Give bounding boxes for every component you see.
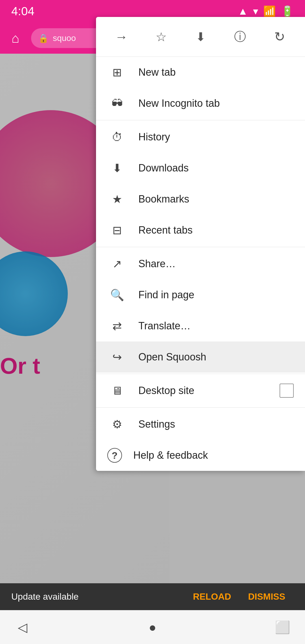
bookmark-button[interactable]: ☆ <box>150 25 172 48</box>
history-icon: ⏱ <box>107 127 127 147</box>
new-incognito-label: New Incognito tab <box>138 97 294 109</box>
menu-item-new-incognito[interactable]: 🕶 New Incognito tab <box>96 88 305 119</box>
download-toolbar-button[interactable]: ⬇ <box>189 25 212 48</box>
find-in-page-icon: 🔍 <box>107 285 127 305</box>
forward-button[interactable]: → <box>110 25 133 48</box>
settings-icon: ⚙ <box>107 414 127 434</box>
refresh-icon: ↻ <box>274 29 285 44</box>
find-in-page-label: Find in page <box>138 289 294 301</box>
wifi-icon: ▾ <box>253 5 258 17</box>
signal-icon: ▲ <box>238 5 248 17</box>
desktop-site-icon: 🖥 <box>107 381 127 401</box>
desktop-site-label: Desktop site <box>138 385 280 397</box>
help-feedback-icon: ? <box>107 448 122 463</box>
forward-icon: → <box>115 29 128 44</box>
bottom-nav-bar: ◁ ● ⬜ <box>0 610 305 644</box>
signal-bars-icon: 📶 <box>263 5 276 17</box>
incognito-icon: 🕶 <box>107 93 127 113</box>
menu-item-share[interactable]: ↗ Share… <box>96 248 305 279</box>
open-squoosh-label: Open Squoosh <box>138 351 294 363</box>
reload-button[interactable]: RELOAD <box>184 591 239 602</box>
menu-item-settings[interactable]: ⚙ Settings <box>96 409 305 440</box>
recent-tabs-icon: ⊟ <box>107 220 127 240</box>
new-tab-icon: ⊞ <box>107 62 127 82</box>
menu-item-history[interactable]: ⏱ History <box>96 121 305 153</box>
recent-tabs-label: Recent tabs <box>138 224 294 236</box>
info-button[interactable]: ⓘ <box>229 25 251 48</box>
info-icon: ⓘ <box>234 29 246 45</box>
bookmarks-icon: ★ <box>107 189 127 209</box>
downloads-icon: ⬇ <box>107 158 127 178</box>
bookmark-icon: ☆ <box>156 30 167 44</box>
settings-label: Settings <box>138 418 294 430</box>
menu-item-desktop-site[interactable]: 🖥 Desktop site <box>96 375 305 406</box>
home-nav-icon: ● <box>149 620 156 634</box>
menu-toolbar: → ☆ ⬇ ⓘ ↻ <box>96 17 305 57</box>
open-squoosh-icon: ↪ <box>107 347 127 367</box>
status-time: 4:04 <box>11 5 34 18</box>
lock-icon: 🔒 <box>38 33 49 43</box>
address-text: squoo <box>53 33 76 43</box>
home-icon: ⌂ <box>12 31 19 46</box>
menu-item-bookmarks[interactable]: ★ Bookmarks <box>96 184 305 215</box>
recent-apps-button[interactable]: ⬜ <box>271 616 294 639</box>
home-nav-button[interactable]: ● <box>141 616 164 639</box>
menu-item-new-tab[interactable]: ⊞ New tab <box>96 57 305 88</box>
new-tab-label: New tab <box>138 66 294 78</box>
update-banner: Update available RELOAD DISMISS <box>0 583 305 610</box>
share-icon: ↗ <box>107 254 127 274</box>
divider-1 <box>96 120 305 120</box>
back-icon: ◁ <box>18 620 27 634</box>
desktop-site-checkbox[interactable] <box>280 384 294 398</box>
downloads-label: Downloads <box>138 162 294 174</box>
menu-item-downloads[interactable]: ⬇ Downloads <box>96 153 305 184</box>
divider-4 <box>96 407 305 408</box>
dropdown-menu: → ☆ ⬇ ⓘ ↻ ⊞ New tab 🕶 New Incognito tab … <box>96 17 305 471</box>
history-label: History <box>138 131 294 143</box>
update-available-text: Update available <box>11 591 184 602</box>
divider-2 <box>96 247 305 247</box>
menu-item-find-in-page[interactable]: 🔍 Find in page <box>96 279 305 310</box>
download-toolbar-icon: ⬇ <box>196 30 206 44</box>
recent-apps-icon: ⬜ <box>275 620 290 635</box>
share-label: Share… <box>138 258 294 270</box>
menu-item-open-squoosh[interactable]: ↪ Open Squoosh <box>96 341 305 373</box>
home-button[interactable]: ⌂ <box>6 28 25 48</box>
back-button[interactable]: ◁ <box>11 616 34 639</box>
bookmarks-label: Bookmarks <box>138 193 294 205</box>
help-feedback-label: Help & feedback <box>133 449 294 461</box>
menu-item-translate[interactable]: ⇄ Translate… <box>96 310 305 341</box>
translate-label: Translate… <box>138 320 294 332</box>
menu-item-recent-tabs[interactable]: ⊟ Recent tabs <box>96 215 305 246</box>
divider-3 <box>96 374 305 374</box>
dismiss-button[interactable]: DISMISS <box>239 591 294 602</box>
refresh-button[interactable]: ↻ <box>268 25 291 48</box>
battery-icon: 🔋 <box>281 5 294 17</box>
translate-icon: ⇄ <box>107 316 127 336</box>
status-icons: ▲ ▾ 📶 🔋 <box>238 5 294 17</box>
menu-item-help-feedback[interactable]: ? Help & feedback <box>96 440 305 471</box>
